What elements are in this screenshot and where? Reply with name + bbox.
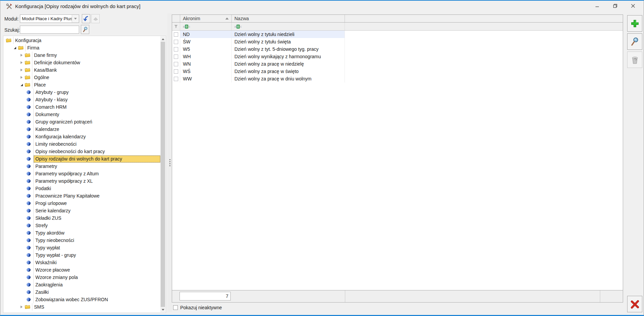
scroll-down-icon[interactable]	[160, 307, 165, 312]
tree-item[interactable]: Serie kalendarzy	[3, 207, 160, 214]
tree-item[interactable]: Zasiłki	[3, 288, 160, 296]
expand-icon[interactable]	[19, 75, 24, 80]
cell-nazwa[interactable]: Dzień wolny z tyt. 5-dniowego tyg. pracy	[232, 45, 345, 53]
row-checkbox[interactable]	[174, 55, 178, 59]
table-row[interactable]: NDDzień wolny z tytułu niedzieli	[172, 31, 623, 38]
tree-item[interactable]: Pracownicze Plany Kapitałowe	[3, 192, 160, 200]
filter-cell-nazwa[interactable]: aBc	[232, 23, 345, 30]
cancel-button[interactable]	[627, 296, 642, 312]
tree-item[interactable]: Progi urlopowe	[3, 200, 160, 207]
cell-akronim[interactable]: W5	[180, 45, 232, 53]
filter-cell-akronim[interactable]: aBc	[180, 23, 232, 30]
tree-item[interactable]: Podatki	[3, 185, 160, 192]
tree-item[interactable]: Konfiguracja kalendarzy	[3, 133, 160, 140]
cell-akronim[interactable]: ND	[180, 31, 232, 38]
search-button[interactable]	[81, 25, 89, 34]
row-checkbox[interactable]	[174, 40, 178, 44]
cell-nazwa[interactable]: Dzień wolny za pracę w święto	[232, 68, 345, 75]
close-button[interactable]	[625, 1, 640, 10]
tree-item[interactable]: Opisy nieobecności do kart pracy	[3, 148, 160, 155]
row-checkbox[interactable]	[174, 32, 178, 37]
tree-item[interactable]: Wzorce zmiany pola	[3, 274, 160, 281]
cell-nazwa[interactable]: Dzień wolny z tytułu niedzieli	[232, 31, 345, 38]
scroll-up-icon[interactable]	[160, 36, 165, 42]
tree-item[interactable]: Parametry współpracy z XL	[3, 177, 160, 185]
tree-item[interactable]: Typy nieobecności	[3, 237, 160, 244]
tree-item[interactable]: Wskaźniki	[3, 259, 160, 266]
tree-item[interactable]: Dane firmy	[3, 51, 160, 59]
tree-scrollbar[interactable]	[160, 36, 165, 312]
expand-icon[interactable]	[19, 52, 24, 58]
tree-item[interactable]: Parametry współpracy z Altum	[3, 170, 160, 177]
tree-item-label: Wzorce płacowe	[34, 267, 72, 274]
tree-item[interactable]: Dokumenty	[3, 111, 160, 118]
row-checkbox[interactable]	[174, 77, 178, 81]
table-row[interactable]: WHDzień wolny wynikający z harmonogramu	[172, 53, 623, 60]
inspect-button[interactable]	[627, 33, 642, 50]
cell-nazwa[interactable]: Dzień wolny wynikający z harmonogramu	[232, 53, 345, 60]
combobox-dropdown-button[interactable]	[72, 15, 79, 23]
table-row[interactable]: WŚDzień wolny za pracę w święto	[172, 68, 623, 75]
tree-item[interactable]: Atrybuty - grupy	[3, 89, 160, 96]
pane-splitter[interactable]	[167, 13, 172, 312]
expand-icon[interactable]	[19, 304, 24, 310]
expand-icon[interactable]	[19, 67, 24, 73]
tree-item[interactable]: Ogólne	[3, 74, 160, 81]
cell-akronim[interactable]: WW	[180, 75, 232, 82]
row-checkbox[interactable]	[174, 62, 178, 66]
table-row[interactable]: WWDzień wolny za pracę w dniu wolnym	[172, 75, 623, 82]
tree-item[interactable]: Wzorce płacowe	[3, 266, 160, 274]
cell-akronim[interactable]: ŚW	[180, 38, 232, 45]
column-header-akronim[interactable]: Akronim	[180, 15, 232, 22]
tree-item[interactable]: Typy wypłat - grupy	[3, 251, 160, 259]
tree-item[interactable]: SMS	[3, 303, 160, 311]
tree-item[interactable]: Składki ZUS	[3, 214, 160, 222]
tree-item[interactable]: Zaokrąglenia	[3, 281, 160, 288]
tree-item[interactable]: Kasa/Bank	[3, 66, 160, 74]
switch-module-button[interactable]	[82, 14, 90, 23]
tree-item[interactable]: Typy akordów	[3, 229, 160, 237]
next-module-button	[91, 14, 100, 23]
tree-item[interactable]: Definicje dokumentów	[3, 59, 160, 66]
tree-item[interactable]: Typy wypłat	[3, 244, 160, 251]
tree-item[interactable]: Grupy ograniczeń potrąceń	[3, 118, 160, 126]
table-row[interactable]: WNDzień wolny za pracę w niedzielę	[172, 60, 623, 68]
filter-indicator-cell[interactable]	[172, 23, 180, 30]
cell-nazwa[interactable]: Dzień wolny za pracę w dniu wolnym	[232, 75, 345, 82]
show-inactive-checkbox[interactable]	[173, 305, 178, 310]
row-checkbox[interactable]	[174, 69, 178, 74]
minimize-button[interactable]	[590, 1, 605, 10]
tree-item[interactable]: Limity nieobecności	[3, 140, 160, 148]
tree-item[interactable]: Comarch HRM	[3, 103, 160, 111]
cell-nazwa[interactable]: Dzień wolny z tytułu święta	[232, 38, 345, 45]
module-combobox[interactable]: Moduł Płace i Kadry Plus	[20, 14, 79, 23]
expand-icon[interactable]	[19, 60, 24, 65]
tree-item[interactable]: Firma	[3, 44, 160, 51]
cell-akronim[interactable]: WN	[180, 60, 232, 68]
tree-item[interactable]: Płace	[3, 81, 160, 89]
tree-item[interactable]: Konfiguracja	[3, 37, 160, 44]
table-row[interactable]: W5Dzień wolny z tyt. 5-dniowego tyg. pra…	[172, 45, 623, 53]
tree-item-label: Płace	[32, 81, 48, 89]
tree-item[interactable]: Zobowiązania wobec ZUS/PFRON	[3, 296, 160, 303]
tree-item[interactable]: Kalendarze	[3, 126, 160, 133]
collapse-icon[interactable]	[19, 82, 24, 87]
search-input[interactable]	[20, 26, 79, 34]
cell-akronim[interactable]: WH	[180, 53, 232, 60]
cell-nazwa[interactable]: Dzień wolny za pracę w niedzielę	[232, 60, 345, 68]
column-header-nazwa[interactable]: Nazwa	[232, 15, 345, 22]
restore-button[interactable]	[608, 1, 622, 10]
module-label: Moduł:	[4, 16, 19, 22]
table-row[interactable]: ŚWDzień wolny z tytułu święta	[172, 38, 623, 45]
cell-akronim[interactable]: WŚ	[180, 68, 232, 75]
scrollbar-thumb[interactable]	[161, 42, 165, 307]
tree-item[interactable]: Strefy	[3, 222, 160, 229]
tree-item[interactable]: Opisy rodzajów dni wolnych do kart pracy	[3, 155, 160, 163]
collapse-icon[interactable]	[12, 45, 18, 50]
add-button[interactable]	[627, 15, 642, 32]
show-inactive-toggle[interactable]: Pokazuj nieaktywne	[173, 305, 222, 310]
tree-item[interactable]: Parametry	[3, 163, 160, 170]
row-checkbox[interactable]	[174, 47, 178, 51]
tree-item[interactable]: Atrybuty - klasy	[3, 96, 160, 103]
tree-item-label: SMS	[32, 304, 46, 311]
